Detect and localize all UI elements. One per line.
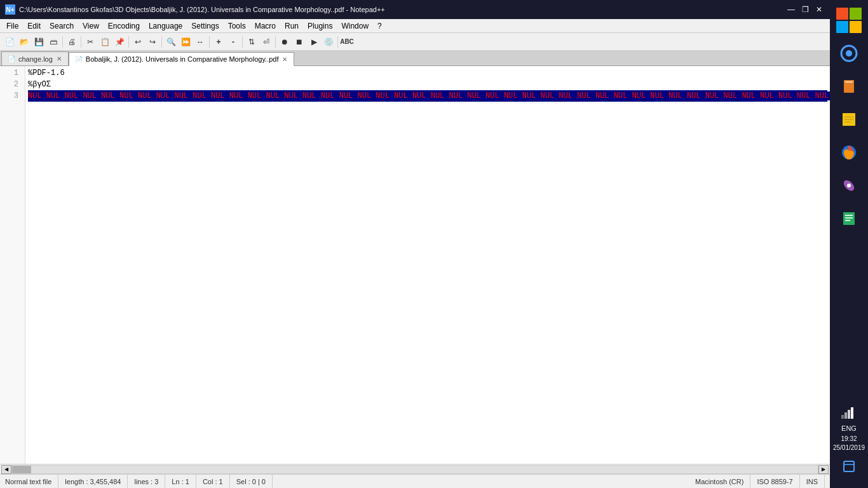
- macro-save-button[interactable]: 💿: [322, 35, 336, 49]
- find-button[interactable]: 🔍: [164, 35, 178, 49]
- save-file-button[interactable]: 💾: [32, 35, 46, 49]
- zoom-out-button[interactable]: -: [226, 35, 240, 49]
- toolbar-sep-3: [128, 36, 129, 48]
- toolbar-sep-6: [242, 36, 243, 48]
- sync-scroll-button[interactable]: ⇅: [245, 35, 259, 49]
- firefox-taskbar-icon[interactable]: [834, 137, 864, 168]
- sel-label: Sel : 0 | 0: [236, 478, 266, 485]
- scroll-right-button[interactable]: ▶: [818, 465, 829, 474]
- app-icon: N+: [5, 4, 15, 15]
- cortana-icon[interactable]: [834, 38, 864, 69]
- tab-close-change-log[interactable]: ✕: [55, 55, 63, 63]
- svg-rect-13: [845, 215, 853, 216]
- new-file-button[interactable]: 📄: [3, 35, 17, 49]
- status-ins: INS: [800, 475, 825, 488]
- svg-rect-19: [851, 407, 853, 419]
- windows-start-icon[interactable]: [834, 5, 864, 36]
- charset-label: ISO 8859-7: [757, 478, 792, 485]
- scroll-thumb[interactable]: [12, 466, 31, 473]
- spell-check-button[interactable]: ABC: [340, 35, 354, 49]
- status-encoding: Macintosh (CR): [689, 475, 750, 488]
- win-sq-blue: [836, 21, 848, 33]
- notification-icon[interactable]: [834, 455, 864, 478]
- menu-search[interactable]: Search: [46, 20, 78, 32]
- minimize-button[interactable]: —: [785, 4, 797, 15]
- find-next-button[interactable]: ⏩: [179, 35, 193, 49]
- svg-rect-20: [844, 461, 854, 471]
- network-taskbar-icon[interactable]: [834, 403, 864, 422]
- menu-settings[interactable]: Settings: [187, 20, 222, 32]
- menu-view[interactable]: View: [79, 20, 103, 32]
- menu-macro[interactable]: Macro: [251, 20, 280, 32]
- undo-button[interactable]: ↩: [131, 35, 145, 49]
- language-label[interactable]: ENG: [841, 424, 857, 432]
- bookmark-taskbar-icon[interactable]: [834, 71, 864, 102]
- network-svg-icon: [841, 406, 857, 419]
- windows-logo: [836, 8, 862, 33]
- maximize-button[interactable]: ❐: [799, 4, 811, 15]
- open-file-button[interactable]: 📂: [17, 35, 31, 49]
- save-all-button[interactable]: 🗃: [46, 35, 60, 49]
- title-bar: N+ C:\Users\Konstantinos Gkofas\3D Objec…: [0, 0, 830, 19]
- menu-language[interactable]: Language: [145, 20, 186, 32]
- status-col: Col : 1: [196, 475, 230, 488]
- win-sq-yellow: [850, 21, 862, 33]
- rocket-taskbar-icon[interactable]: [834, 170, 864, 201]
- close-window-button[interactable]: ✕: [813, 4, 825, 15]
- file-type-label: Normal text file: [5, 478, 51, 485]
- svg-rect-15: [845, 220, 850, 221]
- menu-run[interactable]: Run: [281, 20, 302, 32]
- macro-record-button[interactable]: ⏺: [278, 35, 292, 49]
- svg-rect-18: [848, 410, 850, 419]
- macro-play-button[interactable]: ▶: [307, 35, 321, 49]
- notification-svg-icon: [842, 459, 856, 473]
- toolbar-sep-1: [62, 36, 63, 48]
- scroll-track[interactable]: [11, 465, 818, 474]
- win-sq-red: [836, 8, 848, 20]
- toolbar-sep-4: [161, 36, 162, 48]
- editor-container: 1 2 3 %PDF-1.6 %βγΟΣ NUL NUL NUL NUL NUL…: [0, 66, 830, 464]
- status-charset: ISO 8859-7: [750, 475, 799, 488]
- wrap-button[interactable]: ⏎: [259, 35, 273, 49]
- replace-button[interactable]: ↔: [193, 35, 207, 49]
- macro-stop-button[interactable]: ⏹: [292, 35, 306, 49]
- menu-edit[interactable]: Edit: [24, 20, 44, 32]
- zoom-in-button[interactable]: +: [212, 35, 226, 49]
- print-button[interactable]: 🖨: [65, 35, 79, 49]
- status-sel: Sel : 0 | 0: [230, 475, 273, 488]
- ln-label: Ln : 1: [172, 478, 189, 485]
- sticky-note-svg-icon: [840, 111, 858, 128]
- horizontal-scrollbar[interactable]: ◀ ▶: [0, 464, 830, 474]
- line-num-3: 3: [3, 90, 22, 102]
- ins-label: INS: [806, 478, 818, 485]
- menu-window[interactable]: Window: [337, 20, 372, 32]
- menu-tools[interactable]: Tools: [224, 20, 250, 32]
- sticky-note-taskbar-icon[interactable]: [834, 104, 864, 135]
- menu-file[interactable]: File: [3, 20, 22, 32]
- redo-button[interactable]: ↪: [146, 35, 159, 49]
- firefox-svg-icon: [840, 144, 858, 161]
- scroll-left-button[interactable]: ◀: [1, 465, 11, 474]
- paste-button[interactable]: 📌: [112, 35, 126, 49]
- svg-rect-16: [841, 415, 844, 419]
- bookmark-svg-icon: [840, 78, 858, 95]
- menu-help[interactable]: ?: [374, 20, 386, 32]
- tab-change-log[interactable]: 📄 change.log ✕: [1, 51, 69, 65]
- svg-rect-17: [844, 412, 847, 419]
- lines-label: lines : 3: [134, 478, 158, 485]
- copy-button[interactable]: 📋: [98, 35, 112, 49]
- tab-close-pdf[interactable]: ✕: [281, 55, 288, 63]
- menu-encoding[interactable]: Encoding: [104, 20, 144, 32]
- notepad-taskbar-icon[interactable]: [834, 203, 864, 234]
- svg-point-1: [846, 50, 852, 57]
- status-file-type: Normal text file: [5, 475, 58, 488]
- time-display: 19:32: [833, 435, 865, 444]
- toolbar-sep-5: [209, 36, 210, 48]
- taskbar-time: 19:32 25/01/2019: [833, 435, 865, 452]
- menu-plugins[interactable]: Plugins: [304, 20, 336, 32]
- editor-content[interactable]: %PDF-1.6 %βγΟΣ NUL NUL NUL NUL NUL NUL N…: [25, 66, 830, 464]
- win-sq-green: [850, 8, 862, 20]
- tab-pdf-file[interactable]: 📄 Bobaljik, J. (2012). Universals in Com…: [69, 52, 295, 66]
- taskbar-bottom: ENG 19:32 25/01/2019: [833, 403, 865, 483]
- cut-button[interactable]: ✂: [83, 35, 97, 49]
